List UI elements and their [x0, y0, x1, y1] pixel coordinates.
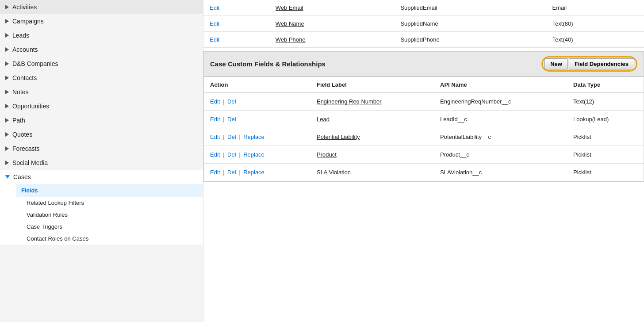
sidebar-item-social-media[interactable]: Social Media [0, 156, 203, 170]
action-link-del-4[interactable]: Del [227, 169, 236, 176]
highlight-oval: New Field Dependencies [541, 56, 637, 72]
sidebar-deep-label-contact-roles: Contact Roles on Cases [27, 235, 88, 242]
action-separator: | [221, 98, 226, 105]
table-row: Edit Web Email SuppliedEmail Email [203, 0, 644, 16]
action-link-replace-3[interactable]: Replace [243, 151, 264, 158]
sidebar-deep-label-related-lookup: Related Lookup Filters [27, 199, 84, 206]
arrow-right-icon [5, 132, 9, 137]
sidebar-label-accounts: Accounts [12, 46, 38, 53]
sidebar-item-notes[interactable]: Notes [0, 85, 203, 99]
sidebar-deep-item-validation-rules[interactable]: Validation Rules [21, 209, 203, 221]
arrow-right-icon [5, 161, 9, 165]
sidebar-label-quotes: Quotes [12, 131, 32, 138]
cases-submenu: Fields [0, 184, 203, 197]
action-separator: | [221, 169, 226, 176]
sidebar-label-contacts: Contacts [12, 74, 37, 81]
edit-link-web-email[interactable]: Edit [210, 4, 219, 11]
action-link-replace-4[interactable]: Replace [243, 169, 264, 176]
col-header-field-label: Field Label [310, 77, 434, 93]
sidebar-sub-label-fields: Fields [21, 187, 38, 194]
arrow-right-icon [5, 76, 9, 80]
api-name-4: SLAViolation__c [434, 164, 567, 181]
action-link-edit-4[interactable]: Edit [210, 169, 220, 176]
new-button[interactable]: New [544, 58, 568, 69]
action-link-del-2[interactable]: Del [227, 134, 236, 140]
data-type-2: Picklist [567, 128, 644, 146]
api-name-web-name: SuppliedName [400, 20, 438, 27]
main-content: Edit Web Email SuppliedEmail Email Edit … [203, 0, 644, 322]
data-type-web-phone: Text(40) [552, 36, 573, 43]
action-separator: | [238, 151, 242, 158]
action-separator: | [221, 134, 226, 140]
field-label-2: Potential Liability [310, 128, 434, 146]
sidebar-item-contacts[interactable]: Contacts [0, 71, 203, 85]
field-dependencies-button[interactable]: Field Dependencies [569, 58, 634, 69]
sidebar-item-forecasts[interactable]: Forecasts [0, 142, 203, 156]
sidebar-item-path[interactable]: Path [0, 113, 203, 127]
action-link-edit-1[interactable]: Edit [210, 116, 220, 123]
sidebar-deep-label-case-triggers: Case Triggers [27, 223, 62, 230]
sidebar: Activities Campaigns Leads Accounts D&B … [0, 0, 203, 322]
table-row: Edit | Del | ReplaceSLA ViolationSLAViol… [204, 164, 644, 181]
arrow-right-icon [5, 33, 9, 38]
field-label-1: Lead [310, 111, 434, 128]
data-type-web-name: Text(80) [552, 20, 573, 27]
action-separator: | [221, 151, 226, 158]
table-row: Edit | DelEngineering Req NumberEngineer… [204, 93, 644, 111]
sidebar-item-quotes[interactable]: Quotes [0, 127, 203, 142]
arrow-right-icon [5, 118, 9, 123]
sidebar-sub-item-fields[interactable]: Fields [16, 184, 203, 197]
col-header-data-type: Data Type [567, 77, 644, 93]
data-type-web-email: Email [552, 4, 567, 11]
arrow-right-icon [5, 104, 9, 108]
arrow-right-icon [5, 19, 9, 23]
sidebar-label-notes: Notes [12, 88, 29, 96]
sidebar-item-cases[interactable]: Cases [0, 170, 203, 184]
action-separator: | [238, 169, 242, 176]
sidebar-label-cases: Cases [13, 173, 31, 180]
sidebar-label-dnb: D&B Companies [12, 60, 58, 67]
action-link-edit-3[interactable]: Edit [210, 151, 220, 158]
edit-link-web-name[interactable]: Edit [210, 20, 219, 27]
action-link-edit-0[interactable]: Edit [210, 98, 220, 105]
section-title: Case Custom Fields & Relationships [210, 60, 326, 68]
action-separator: | [221, 116, 226, 123]
sidebar-item-opportunities[interactable]: Opportunities [0, 99, 203, 113]
sidebar-item-accounts[interactable]: Accounts [0, 42, 203, 57]
sidebar-item-campaigns[interactable]: Campaigns [0, 14, 203, 28]
table-row: Edit | Del | ReplaceProductProduct__cPic… [204, 146, 644, 164]
arrow-right-icon [5, 5, 9, 9]
top-fields-table: Edit Web Email SuppliedEmail Email Edit … [203, 0, 644, 48]
action-link-del-3[interactable]: Del [227, 151, 236, 158]
edit-link-web-phone[interactable]: Edit [210, 36, 219, 43]
action-link-del-1[interactable]: Del [227, 116, 236, 123]
table-row: Edit Web Phone SuppliedPhone Text(40) [203, 32, 644, 48]
sidebar-label-opportunities: Opportunities [12, 103, 49, 110]
sidebar-deep-label-validation-rules: Validation Rules [27, 211, 68, 218]
action-link-del-0[interactable]: Del [227, 98, 236, 105]
field-label-web-email: Web Email [276, 4, 303, 11]
custom-fields-section: Action Field Label API Name Data Type Ed… [203, 77, 644, 182]
section-buttons: New Field Dependencies [541, 56, 637, 72]
sidebar-label-social-media: Social Media [12, 159, 48, 166]
sidebar-deep-item-case-triggers[interactable]: Case Triggers [21, 221, 203, 233]
action-link-edit-2[interactable]: Edit [210, 134, 220, 140]
data-type-4: Picklist [567, 164, 644, 181]
sidebar-label-leads: Leads [12, 32, 29, 39]
sidebar-label-activities: Activities [12, 4, 37, 11]
col-header-action: Action [204, 77, 310, 93]
sidebar-item-dnb[interactable]: D&B Companies [0, 57, 203, 71]
arrow-right-icon [5, 146, 9, 151]
api-name-2: PotentialLiability__c [434, 128, 567, 146]
action-link-replace-2[interactable]: Replace [243, 134, 264, 140]
cases-deep-submenu: Related Lookup Filters Validation Rules … [0, 197, 203, 245]
sidebar-deep-item-related-lookup[interactable]: Related Lookup Filters [21, 197, 203, 209]
api-name-1: LeadId__c [434, 111, 567, 128]
sidebar-item-leads[interactable]: Leads [0, 28, 203, 42]
arrow-down-icon [5, 175, 10, 179]
sidebar-deep-item-contact-roles[interactable]: Contact Roles on Cases [21, 233, 203, 245]
table-row: Edit | DelLeadLeadId__cLookup(Lead) [204, 111, 644, 128]
data-type-0: Text(12) [567, 93, 644, 111]
action-separator: | [238, 134, 242, 140]
sidebar-item-activities[interactable]: Activities [0, 0, 203, 14]
